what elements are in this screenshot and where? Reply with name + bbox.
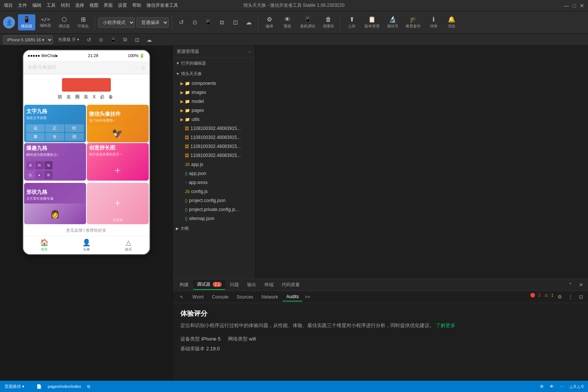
status-more-icon[interactable]: ··· xyxy=(560,384,563,389)
visualize-mode-button[interactable]: ⊞ 可视化 xyxy=(74,14,92,30)
grid-item-shape9[interactable]: 形状九格 文艺青年发圈专属 👩 xyxy=(24,183,86,224)
devtools-settings-icon[interactable]: ⚙ xyxy=(556,293,564,301)
devtools-dock-icon[interactable]: ⊡ xyxy=(577,293,585,301)
open-editors-section[interactable]: ▼ 打开的编辑器 xyxy=(173,58,255,68)
tab-debugger[interactable]: 调试器 2.1 xyxy=(193,280,225,290)
folder-model[interactable]: ▶ 📁 model xyxy=(173,97,255,106)
hot-reload-toggle[interactable]: 热重载 开 ▾ xyxy=(56,35,82,44)
file-project-config[interactable]: {} project.config.json xyxy=(173,196,255,205)
debugger-mode-button[interactable]: ⬡ 调试器 xyxy=(56,14,73,30)
tab-output[interactable]: 输出 xyxy=(243,280,260,289)
menu-select[interactable]: 选择 xyxy=(75,2,84,9)
file-app-json[interactable]: {} app.json xyxy=(173,169,255,178)
tab-terminal[interactable]: 终端 xyxy=(261,280,277,289)
devtools-more-icon[interactable]: ⋮ xyxy=(566,293,574,301)
simulator-mode-button[interactable]: 📱 模拟器 xyxy=(18,14,35,30)
feedback-link[interactable]: 意见反馈 xyxy=(66,228,83,232)
test-number-button[interactable]: 🔬 测试号 xyxy=(384,14,401,30)
tab-build[interactable]: 构建 xyxy=(176,280,192,289)
file-img-2[interactable]: 🖼 1108100302.48083915... xyxy=(173,133,255,142)
devtab-wxml[interactable]: Wxml xyxy=(189,293,207,301)
devtab-console[interactable]: Console xyxy=(208,293,232,301)
minimize-button[interactable]: — xyxy=(564,3,569,9)
sim-screen-button[interactable]: ⊡ xyxy=(133,35,142,44)
screen-button[interactable]: ⊡ xyxy=(229,17,241,29)
menu-edit[interactable]: 编辑 xyxy=(32,2,41,9)
folder-components[interactable]: ▶ 📁 components xyxy=(173,79,255,88)
grid-item-fun9[interactable]: 爆趣九格 瞬间成为朋友圈焦点~ 者 的 地 合 ● 我 xyxy=(24,143,86,181)
outline-section[interactable]: ▶ 大纲 xyxy=(173,223,255,234)
cloud-button[interactable]: ☁ xyxy=(243,17,255,29)
status-settings-icon[interactable]: ⚙ xyxy=(540,384,544,389)
compile-button[interactable]: ⚙ 编译 xyxy=(261,14,278,30)
nav-avatar[interactable]: 👤 头像 xyxy=(65,238,107,252)
breadcrumb-label[interactable]: 页面路径 ▾ xyxy=(5,384,24,389)
nav-home[interactable]: 🏠 首页 xyxy=(23,238,65,252)
folder-images[interactable]: ▶ 📁 images xyxy=(173,88,255,97)
menu-settings[interactable]: 设置 xyxy=(118,2,127,9)
status-eye-icon[interactable]: 👁 xyxy=(550,384,554,389)
detail-button[interactable]: ℹ 详情 xyxy=(425,14,442,30)
stop-button[interactable]: ⊙ xyxy=(189,17,201,29)
file-config-js[interactable]: JS config.js xyxy=(173,187,255,196)
preview-button[interactable]: 👁 预览 xyxy=(279,15,296,30)
grid-item-text9[interactable]: 文字九格 创意文字拼图 说 正 经 事 专 用 xyxy=(24,105,86,142)
menu-goto[interactable]: 转到 xyxy=(61,2,70,9)
file-img-1[interactable]: 🖼 1108100302.48083915... xyxy=(173,124,255,133)
clear-cache-button[interactable]: 🗑 清缓存 xyxy=(320,15,337,30)
nav-entertainment[interactable]: △ 娱乐 xyxy=(107,238,150,252)
grid-item-plus1[interactable]: ＋ 运营商 xyxy=(87,183,149,224)
file-app-js[interactable]: JS app.js xyxy=(173,160,255,169)
audit-learn-more-link[interactable]: 了解更多 xyxy=(436,323,455,328)
menu-project[interactable]: 项目 xyxy=(4,2,13,9)
menu-ui[interactable]: 界面 xyxy=(104,2,113,9)
menu-file[interactable]: 文件 xyxy=(18,2,27,9)
sim-stop-button[interactable]: ⊙ xyxy=(97,35,106,44)
maximize-button[interactable]: □ xyxy=(573,3,576,9)
sim-cloud-button[interactable]: ☁ xyxy=(145,35,154,44)
plus-button-1[interactable]: ＋ xyxy=(87,188,149,218)
menu-devtools[interactable]: 微信开发者工具 xyxy=(147,2,178,9)
plus-button-collage[interactable]: ＋ xyxy=(87,159,149,181)
file-project-private[interactable]: {} project.private.config.js... xyxy=(173,205,255,214)
file-sitemap[interactable]: {} sitemap.json xyxy=(173,214,255,223)
device-select[interactable]: iPhone 5 100% 16 ▾ xyxy=(3,35,53,44)
phone-menu-icon[interactable]: ··· xyxy=(134,65,138,70)
debug-expand-icon[interactable]: ⌃ xyxy=(566,281,574,289)
file-app-wxss[interactable]: ~ app.wxss xyxy=(173,178,255,187)
compile-dropdown[interactable]: 普通编译 xyxy=(136,17,169,28)
upload-button[interactable]: ⬆ 上传 xyxy=(343,14,360,30)
editor-mode-button[interactable]: </> 编辑器 xyxy=(37,15,54,30)
file-img-4[interactable]: 🖼 1108100302.48083915... xyxy=(173,151,255,160)
menu-help[interactable]: 帮助 xyxy=(132,2,141,9)
mode-dropdown[interactable]: 小程序模式 xyxy=(98,17,135,28)
project-section[interactable]: ▼ 情头天天换 xyxy=(173,68,255,79)
real-debug-button[interactable]: 📱 真机调试 xyxy=(297,14,318,30)
sim-multiwin-button[interactable]: ⧉ xyxy=(121,35,130,44)
more-tabs-icon[interactable]: >> xyxy=(305,294,310,300)
menu-tools[interactable]: 工具 xyxy=(47,2,56,9)
inspect-element-icon[interactable]: ↖ xyxy=(176,291,188,303)
message-button[interactable]: 🔔 消息 xyxy=(443,14,460,30)
recommend-link[interactable]: 推荐给好友 xyxy=(86,228,106,232)
phone-icon-btn[interactable]: 📱 xyxy=(202,17,214,29)
refresh-button[interactable]: ↺ xyxy=(175,17,187,29)
close-button[interactable]: ✕ xyxy=(580,3,584,9)
path-external-icon[interactable]: ⧉ xyxy=(87,384,90,389)
devtab-audits[interactable]: Audits xyxy=(283,292,302,302)
phone-close-icon[interactable]: ⊙ xyxy=(141,65,145,70)
edu-suite-button[interactable]: 🎓 教育套件 xyxy=(403,14,424,30)
tab-issues[interactable]: 问题 xyxy=(226,280,243,289)
sim-refresh-button[interactable]: ↺ xyxy=(85,35,94,44)
devtab-network[interactable]: Network xyxy=(258,293,282,301)
version-manage-button[interactable]: 📋 版本管理 xyxy=(361,14,382,30)
tab-code-quality[interactable]: 代码质量 xyxy=(278,280,304,289)
debug-close-icon[interactable]: ✕ xyxy=(577,281,585,289)
grid-item-avatar[interactable]: 微信头像挂件 热门挂件免费用~ 🦅 xyxy=(87,105,149,142)
avatar[interactable]: 👤 xyxy=(3,17,15,29)
file-panel-menu-icon[interactable]: ··· xyxy=(248,49,251,54)
file-img-3[interactable]: 🖼 1108100302.48083915... xyxy=(173,142,255,151)
grid-item-collage[interactable]: 创意拼长图 制作创意多图的高手！ ＋ xyxy=(87,143,149,181)
menu-view[interactable]: 视图 xyxy=(89,2,98,9)
devtab-sources[interactable]: Sources xyxy=(233,293,257,301)
